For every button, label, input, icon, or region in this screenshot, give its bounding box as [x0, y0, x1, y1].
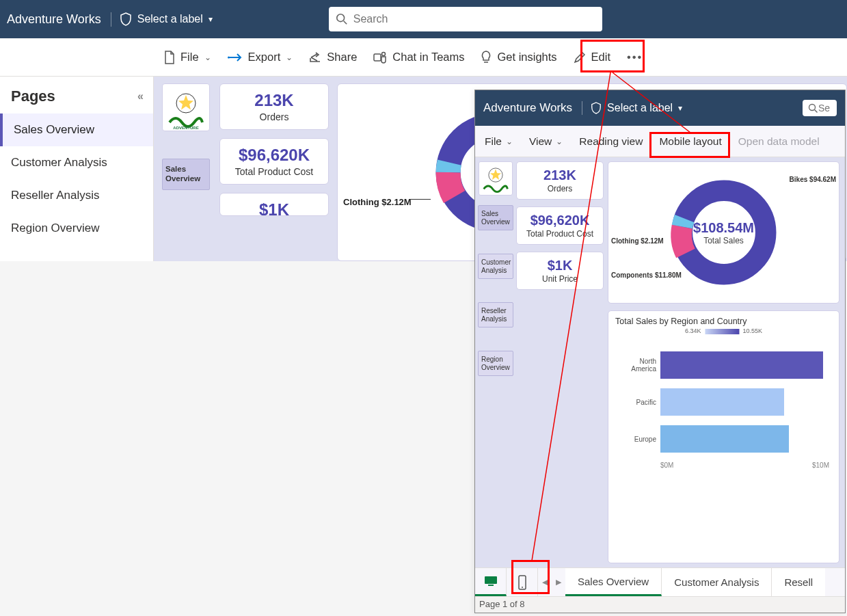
tab-nav-next[interactable]: ▶	[552, 568, 565, 596]
bar-label: Pacific	[615, 399, 656, 406]
editor-canvas: Sales Overview Customer Analysis Reselle…	[475, 157, 845, 567]
page-item-customer-analysis[interactable]: Customer Analysis	[0, 146, 153, 179]
canvas-nav-reseller[interactable]: Reseller Analysis	[478, 302, 513, 327]
canvas-nav-sales[interactable]: Sales Overview	[162, 159, 210, 190]
bar-row-north-america: North America	[615, 349, 832, 381]
kpi-label: Total Product Cost	[223, 166, 325, 177]
chevron-down-icon: ⌄	[204, 53, 211, 62]
donut-center-label: Total Sales	[693, 236, 754, 245]
svg-point-5	[382, 52, 386, 55]
bar-label: Europe	[615, 436, 656, 443]
editor-file-menu[interactable]: File⌄	[485, 135, 513, 148]
tab-sales-overview[interactable]: Sales Overview	[565, 568, 662, 596]
chevron-down-icon: ⌄	[556, 137, 563, 146]
pages-panel: Pages « Sales Overview Customer Analysis…	[0, 77, 154, 261]
collapse-icon[interactable]: «	[137, 90, 144, 103]
kpi-unit-price[interactable]: $1KUnit Price	[516, 252, 604, 290]
page-item-sales-overview[interactable]: Sales Overview	[0, 113, 153, 146]
sensitivity-label-selector[interactable]: Select a label ▾	[120, 12, 213, 26]
bar-fill	[660, 388, 784, 416]
kpi-label: Orders	[223, 111, 325, 122]
annotation-mobile-layout-highlight	[649, 132, 730, 158]
pages-header-label: Pages	[11, 88, 55, 105]
teams-icon	[373, 51, 387, 64]
kpi-val: $96,620K	[520, 213, 600, 228]
desktop-layout-button[interactable]	[475, 568, 507, 596]
chevron-down-icon: ⌄	[286, 53, 293, 62]
x-axis: $0M $10M	[615, 461, 832, 469]
shield-icon	[120, 12, 132, 26]
kpi-lbl: Unit Price	[520, 274, 600, 284]
tab-customer-analysis[interactable]: Customer Analysis	[662, 568, 772, 596]
kpi-lbl: Orders	[520, 184, 600, 193]
export-icon	[228, 52, 243, 63]
donut-visual-full[interactable]: $108.54M Total Sales Bikes $94.62M Cloth…	[608, 161, 839, 304]
top-bar: Adventure Works Select a label ▾	[0, 0, 847, 38]
side-nav-label: Sales Overview	[165, 165, 200, 183]
kpi-card-orders[interactable]: 213K Orders	[219, 83, 329, 130]
callout-clothing: Clothing $2.12M	[611, 237, 664, 245]
reading-view-button[interactable]: Reading view	[579, 135, 643, 148]
search-placeholder-partial: Se	[818, 103, 830, 113]
share-label: Share	[327, 51, 357, 64]
svg-rect-13	[485, 576, 497, 584]
page-item-reseller-analysis[interactable]: Reseller Analysis	[0, 179, 153, 212]
editor-label-selector[interactable]: Select a label ▾	[591, 102, 682, 114]
bar-fill	[660, 425, 789, 453]
canvas-nav-sales[interactable]: Sales Overview	[478, 205, 513, 230]
shield-icon	[591, 102, 602, 114]
tab-label: Customer Analysis	[674, 576, 759, 588]
bar-fill	[660, 351, 823, 379]
editor-app-title: Adventure Works	[483, 101, 582, 115]
search-icon	[808, 103, 818, 113]
callout-bikes: Bikes $94.62M	[790, 176, 836, 183]
report-toolbar: File ⌄ Export ⌄ Share Chat in Teams Get …	[0, 38, 847, 77]
file-label: File	[180, 51, 199, 64]
kpi-card-partial[interactable]: $1K	[219, 193, 329, 216]
svg-text:ADVENTURE: ADVENTURE	[173, 126, 198, 130]
editor-window: Adventure Works Select a label ▾ Se File…	[474, 90, 846, 613]
canvas-nav-customer[interactable]: Customer Analysis	[478, 254, 513, 279]
tab-reseller[interactable]: Resell	[772, 568, 825, 596]
chevron-down-icon: ▾	[678, 103, 682, 113]
export-menu[interactable]: Export ⌄	[228, 51, 293, 64]
chat-teams-label: Chat in Teams	[392, 51, 464, 64]
canvas-nav-region[interactable]: Region Overview	[478, 351, 513, 376]
search-box[interactable]	[329, 7, 602, 31]
svg-rect-14	[488, 585, 494, 586]
page-item-label: Region Overview	[11, 222, 99, 235]
axis-tick: $10M	[812, 461, 829, 469]
app-title: Adventure Works	[7, 12, 111, 27]
kpi-card-total-cost[interactable]: $96,620K Total Product Cost	[219, 138, 329, 185]
page-item-label: Sales Overview	[14, 123, 94, 136]
insights-label: Get insights	[497, 51, 556, 64]
svg-point-9	[809, 104, 816, 110]
search-icon	[336, 13, 348, 25]
svg-rect-4	[374, 54, 381, 61]
svg-line-1	[343, 21, 347, 25]
brand-logo-small	[479, 161, 513, 196]
editor-view-menu[interactable]: View⌄	[529, 135, 563, 148]
kpi-total-cost[interactable]: $96,620KTotal Product Cost	[516, 206, 604, 245]
annotation-mobile-footer-highlight	[511, 560, 550, 594]
editor-search[interactable]: Se	[803, 100, 837, 116]
kpi-lbl: Total Product Cost	[520, 229, 600, 239]
get-insights-button[interactable]: Get insights	[481, 51, 556, 64]
file-menu[interactable]: File ⌄	[164, 51, 211, 64]
kpi-orders[interactable]: 213KOrders	[516, 161, 604, 200]
page-item-label: Reseller Analysis	[11, 189, 99, 202]
search-input[interactable]	[353, 13, 595, 25]
reading-view-label: Reading view	[579, 135, 643, 148]
chevron-down-icon: ⌄	[506, 137, 513, 146]
open-data-model-button[interactable]: Open data model	[738, 135, 820, 148]
share-button[interactable]: Share	[309, 51, 357, 64]
export-label: Export	[248, 51, 281, 64]
region-bar-chart[interactable]: Total Sales by Region and Country 6.34K …	[608, 310, 839, 563]
kpi-val: 213K	[520, 168, 600, 183]
label-selector-text: Select a label	[137, 13, 203, 25]
nav-label: Region Overview	[481, 356, 510, 371]
chat-teams-button[interactable]: Chat in Teams	[373, 51, 464, 64]
kpi-val: $1K	[520, 258, 600, 273]
page-item-region-overview[interactable]: Region Overview	[0, 212, 153, 245]
bar-row-europe: Europe	[615, 423, 832, 455]
